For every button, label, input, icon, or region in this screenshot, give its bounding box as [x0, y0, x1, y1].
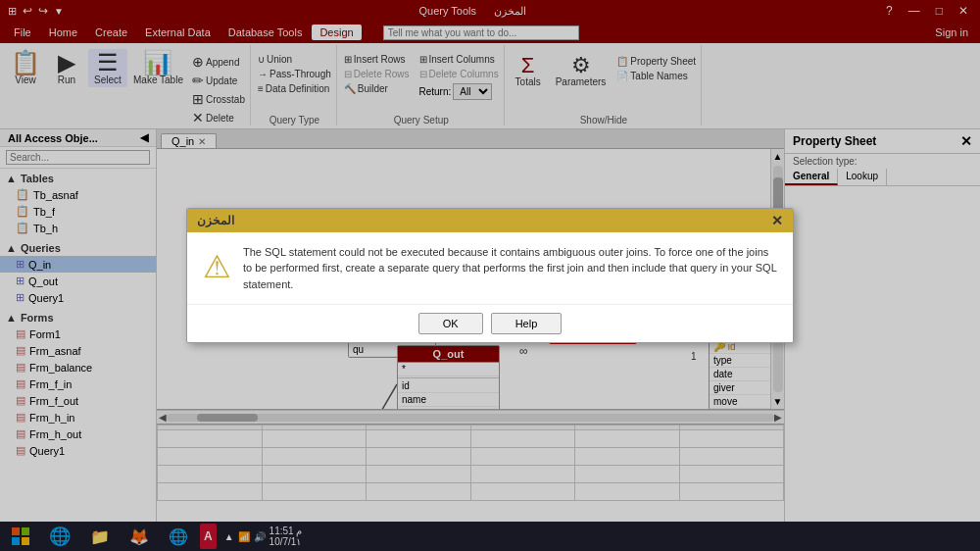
error-dialog: المخزن ✕ ⚠ The SQL statement could not b… [186, 208, 794, 344]
dialog-overlay: المخزن ✕ ⚠ The SQL statement could not b… [0, 0, 980, 551]
dialog-title-bar: المخزن ✕ [187, 209, 793, 232]
dialog-warning-icon: ⚠ [203, 248, 231, 285]
dialog-body: ⚠ The SQL statement could not be execute… [187, 232, 793, 305]
dialog-message: The SQL statement could not be executed … [243, 244, 777, 293]
dialog-help-button[interactable]: Help [491, 313, 563, 334]
dialog-title-text: المخزن [197, 214, 234, 227]
dialog-close-btn[interactable]: ✕ [771, 213, 783, 228]
dialog-ok-button[interactable]: OK [418, 313, 483, 334]
dialog-buttons: OK Help [187, 304, 793, 342]
